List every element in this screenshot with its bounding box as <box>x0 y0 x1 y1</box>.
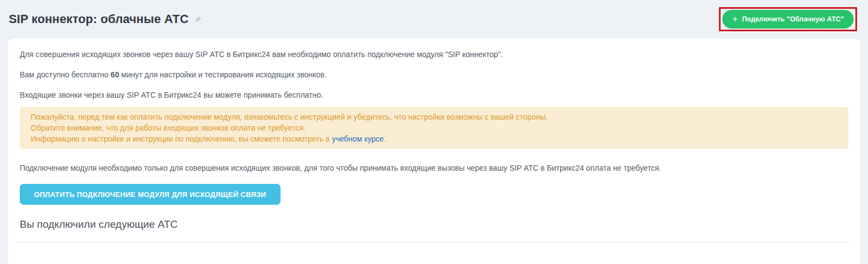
highlight-box: + Подключить "Облачную АТС" <box>719 7 857 31</box>
section-divider <box>13 242 850 243</box>
notice-line-3-prefix: Информацию о настройке и инструкции по п… <box>31 134 332 143</box>
paragraph-free-minutes: Вам доступно бесплатно 60 минут для наст… <box>20 70 848 80</box>
page-header: SIP коннектор: облачные АТС + Подключить… <box>0 0 868 38</box>
notice-line-2: Обратите внимание, что для работы входящ… <box>31 122 837 133</box>
paragraph-module-only-outgoing: Подключение модуля необходимо только для… <box>20 163 848 173</box>
free-minutes-prefix: Вам доступно бесплатно <box>20 70 111 79</box>
pay-module-button[interactable]: ОПЛАТИТЬ ПОДКЛЮЧЕНИЕ МОДУЛЯ ДЛЯ ИСХОДЯЩЕ… <box>20 184 281 205</box>
paragraph-pay-module: Для совершения исходящих звонков через в… <box>20 49 848 59</box>
connected-pbx-heading: Вы подключили следующие АТС <box>20 218 848 231</box>
notice-line-3-suffix: . <box>384 134 386 143</box>
connect-cloud-pbx-button[interactable]: + Подключить "Облачную АТС" <box>722 10 854 29</box>
pin-icon[interactable] <box>193 15 203 25</box>
free-minutes-suffix: минут для настройки и тестирования исход… <box>119 70 327 79</box>
notice-box: Пожалуйста, перед тем как оплатить подкл… <box>20 107 848 149</box>
training-course-link[interactable]: учебном курсе <box>332 134 384 143</box>
sip-connector-card: Для совершения исходящих звонков через в… <box>8 38 860 264</box>
free-minutes-value: 60 <box>111 70 119 79</box>
notice-line-3: Информацию о настройке и инструкции по п… <box>31 133 837 144</box>
title-wrap: SIP коннектор: облачные АТС <box>9 12 203 26</box>
page-title: SIP коннектор: облачные АТС <box>9 12 189 26</box>
paragraph-incoming-free: Входящие звонки через вашу SIP АТС в Бит… <box>20 90 848 100</box>
notice-line-1: Пожалуйста, перед тем как оплатить подкл… <box>31 111 837 122</box>
connect-cloud-pbx-button-label: Подключить "Облачную АТС" <box>742 15 844 23</box>
plus-icon: + <box>732 14 738 24</box>
